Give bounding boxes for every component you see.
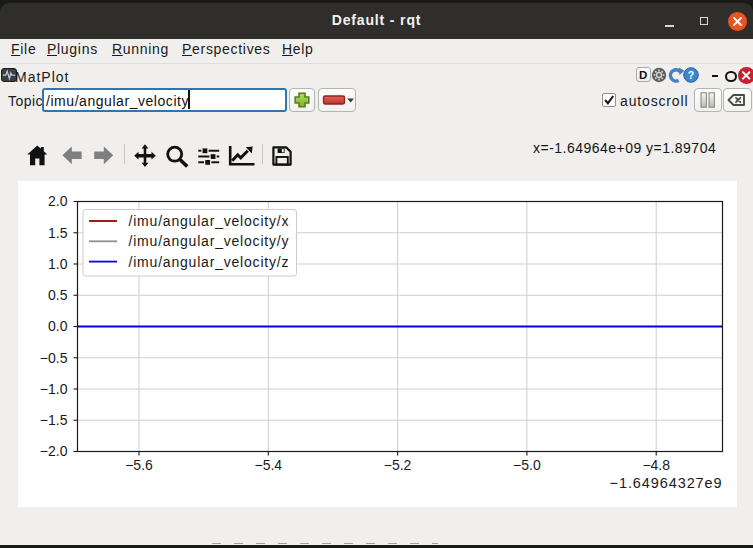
svg-text:2.0: 2.0 <box>48 193 68 209</box>
svg-text:−5.0: −5.0 <box>513 457 541 473</box>
svg-text:−1.5: −1.5 <box>40 412 68 428</box>
svg-text:−0.5: −0.5 <box>40 350 68 366</box>
svg-text:/imu/angular_velocity/x: /imu/angular_velocity/x <box>129 213 290 229</box>
svg-text:−1.0: −1.0 <box>40 381 68 397</box>
svg-text:0.0: 0.0 <box>48 318 68 334</box>
svg-text:−2.0: −2.0 <box>40 443 68 459</box>
svg-text:0.5: 0.5 <box>48 287 68 303</box>
svg-text:−5.2: −5.2 <box>384 457 412 473</box>
svg-text:−1.64964327e9: −1.64964327e9 <box>610 475 723 491</box>
svg-text:?: ? <box>687 69 693 81</box>
svg-text:−5.6: −5.6 <box>125 457 153 473</box>
svg-text:/imu/angular_velocity/y: /imu/angular_velocity/y <box>129 233 290 249</box>
svg-text:−5.4: −5.4 <box>254 457 282 473</box>
svg-text:1.0: 1.0 <box>48 256 68 272</box>
svg-text:1.5: 1.5 <box>48 225 68 241</box>
svg-text:/imu/angular_velocity/z: /imu/angular_velocity/z <box>129 254 290 270</box>
svg-text:−4.8: −4.8 <box>642 457 670 473</box>
